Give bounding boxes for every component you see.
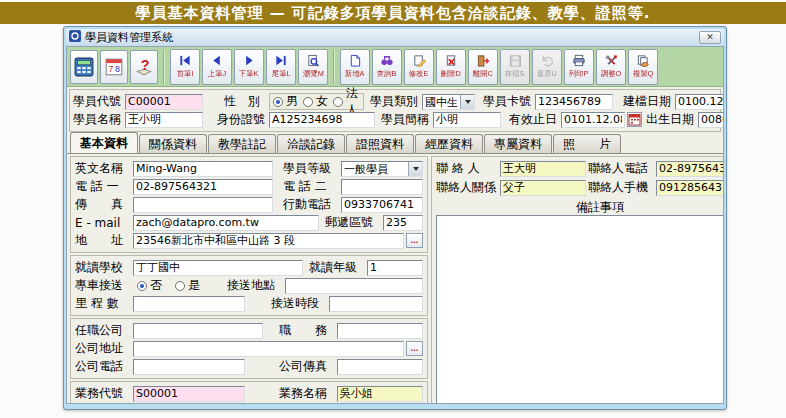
address-input[interactable] bbox=[133, 233, 404, 249]
save-floppy-icon bbox=[508, 54, 522, 67]
contact-mobile-label: 聯絡人手機 bbox=[588, 179, 654, 196]
shuttle-radio-group: 否 是 bbox=[133, 277, 225, 294]
mileage-input[interactable] bbox=[133, 296, 245, 312]
copy-button[interactable]: 複製Q bbox=[628, 49, 658, 85]
undo-button: 還原U bbox=[532, 49, 562, 85]
phone2-input[interactable] bbox=[341, 179, 423, 195]
gender-male-radio[interactable] bbox=[273, 97, 283, 107]
notes-textarea[interactable] bbox=[437, 216, 724, 404]
job-title-input[interactable] bbox=[337, 323, 423, 339]
postal-input[interactable] bbox=[383, 215, 423, 231]
pickup-time-input[interactable] bbox=[329, 296, 423, 312]
fax-input[interactable] bbox=[133, 197, 273, 213]
undo-arrow-icon bbox=[540, 54, 554, 67]
browse-button[interactable]: 瀏覽M bbox=[298, 49, 328, 85]
delete-icon bbox=[444, 54, 458, 67]
tab-basic-info[interactable]: 基本資料 bbox=[70, 132, 138, 153]
company-address-more-button[interactable]: ... bbox=[406, 341, 423, 356]
prev-record-icon bbox=[210, 54, 224, 67]
english-name-input[interactable] bbox=[133, 161, 273, 177]
contact-relation-input[interactable] bbox=[500, 180, 586, 196]
modify-button[interactable]: 修改E bbox=[404, 49, 434, 85]
phone1-input[interactable] bbox=[133, 179, 273, 195]
member-code-input[interactable] bbox=[125, 94, 203, 110]
exit-button[interactable]: 離開C bbox=[468, 49, 498, 85]
company-phone-input[interactable] bbox=[133, 359, 245, 375]
contact-phone-input[interactable] bbox=[656, 161, 724, 177]
calendar-tool-button[interactable]: 78 bbox=[100, 50, 128, 84]
contact-input[interactable] bbox=[500, 161, 586, 177]
calculator-button[interactable] bbox=[70, 50, 98, 84]
close-button[interactable]: ✕ bbox=[699, 31, 721, 44]
toolbar-separator bbox=[163, 50, 165, 84]
tab-strip: 基本資料 關係資料 教學註記 洽談記錄 證照資料 經歷資料 專屬資料 照 片 bbox=[67, 132, 723, 153]
chevron-down-icon[interactable] bbox=[460, 95, 474, 109]
member-level-dropdown[interactable]: 一般學員 bbox=[341, 161, 423, 177]
last-record-button[interactable]: 尾筆L bbox=[266, 49, 296, 85]
card-no-input[interactable] bbox=[535, 94, 613, 110]
company-fax-input[interactable] bbox=[337, 359, 423, 375]
gender-corp-radio[interactable] bbox=[333, 97, 343, 107]
shuttle-label: 專車接送 bbox=[75, 277, 131, 294]
tab-relations[interactable]: 關係資料 bbox=[139, 134, 207, 153]
mobile-input[interactable] bbox=[341, 197, 423, 213]
grade-label: 就讀年級 bbox=[309, 259, 365, 276]
pickup-place-input[interactable] bbox=[285, 278, 423, 294]
app-icon bbox=[69, 30, 81, 45]
shuttle-no-radio[interactable] bbox=[137, 281, 147, 291]
company-address-input[interactable] bbox=[133, 341, 404, 357]
prev-record-button[interactable]: 上筆J bbox=[202, 49, 232, 85]
grade-input[interactable] bbox=[367, 260, 423, 276]
adjust-button[interactable]: 調整O bbox=[596, 49, 626, 85]
query-button[interactable]: 查詢B bbox=[372, 49, 402, 85]
nickname-label: 學員簡稱 bbox=[381, 111, 431, 128]
personal-contact-group: 英文名稱 學員等級 一般學員 電 話 一 電 話 二 bbox=[70, 156, 428, 253]
id-no-label: 身份證號 bbox=[217, 111, 267, 128]
add-button[interactable]: 新增A bbox=[340, 49, 370, 85]
help-button[interactable]: ? bbox=[130, 50, 158, 84]
first-record-button[interactable]: 首筆I bbox=[170, 49, 200, 85]
edit-pencil-icon bbox=[412, 54, 426, 67]
shuttle-yes-radio[interactable] bbox=[175, 281, 185, 291]
delete-button[interactable]: 刪除D bbox=[436, 49, 466, 85]
company-input[interactable] bbox=[133, 323, 263, 339]
created-date-input[interactable] bbox=[675, 94, 724, 110]
job-title-label: 職 務 bbox=[279, 322, 335, 339]
gender-female-radio[interactable] bbox=[303, 97, 313, 107]
next-record-button[interactable]: 下筆K bbox=[234, 49, 264, 85]
id-no-input[interactable] bbox=[269, 112, 375, 128]
chevron-down-icon[interactable] bbox=[408, 162, 422, 176]
app-window: 學員資料管理系統 ✕ 78 ? 首筆I 上筆J bbox=[63, 26, 727, 410]
school-label: 就讀學校 bbox=[75, 259, 131, 276]
member-name-input[interactable] bbox=[125, 112, 203, 128]
tab-experience[interactable]: 經歷資料 bbox=[415, 134, 483, 153]
school-input[interactable] bbox=[133, 260, 303, 276]
sales-code-label: 業務代號 bbox=[75, 385, 131, 402]
next-record-icon bbox=[242, 54, 256, 67]
company-label: 任職公司 bbox=[75, 322, 131, 339]
print-button[interactable]: 列印P bbox=[564, 49, 594, 85]
sales-code-input[interactable] bbox=[133, 386, 245, 402]
member-type-dropdown[interactable]: 國中生 bbox=[422, 94, 475, 110]
browse-icon bbox=[306, 54, 320, 67]
sales-name-input[interactable] bbox=[337, 386, 423, 402]
contact-relation-label: 聯絡人關係 bbox=[436, 179, 498, 196]
tab-custom-data[interactable]: 專屬資料 bbox=[484, 134, 552, 153]
calculator-icon bbox=[74, 57, 94, 77]
tab-certificates[interactable]: 證照資料 bbox=[346, 134, 414, 153]
valid-until-calendar-button[interactable] bbox=[627, 112, 642, 127]
email-input[interactable] bbox=[133, 215, 319, 231]
company-group: 任職公司 職 務 公司地址 ... 公司電話 公司傳真 bbox=[70, 318, 428, 379]
valid-until-input[interactable] bbox=[561, 112, 625, 128]
window-title: 學員資料管理系統 bbox=[85, 30, 695, 45]
tab-consult-records[interactable]: 洽談記錄 bbox=[277, 134, 345, 153]
nickname-input[interactable] bbox=[433, 112, 501, 128]
birth-date-input[interactable] bbox=[698, 112, 724, 128]
fax-label: 傳 真 bbox=[75, 196, 131, 213]
address-more-button[interactable]: ... bbox=[406, 233, 423, 248]
tab-teaching-notes[interactable]: 教學註記 bbox=[208, 134, 276, 153]
phone2-label: 電 話 二 bbox=[283, 178, 339, 195]
svg-text:?: ? bbox=[141, 57, 150, 73]
tab-photo[interactable]: 照 片 bbox=[553, 134, 621, 153]
contact-mobile-input[interactable] bbox=[656, 180, 724, 196]
